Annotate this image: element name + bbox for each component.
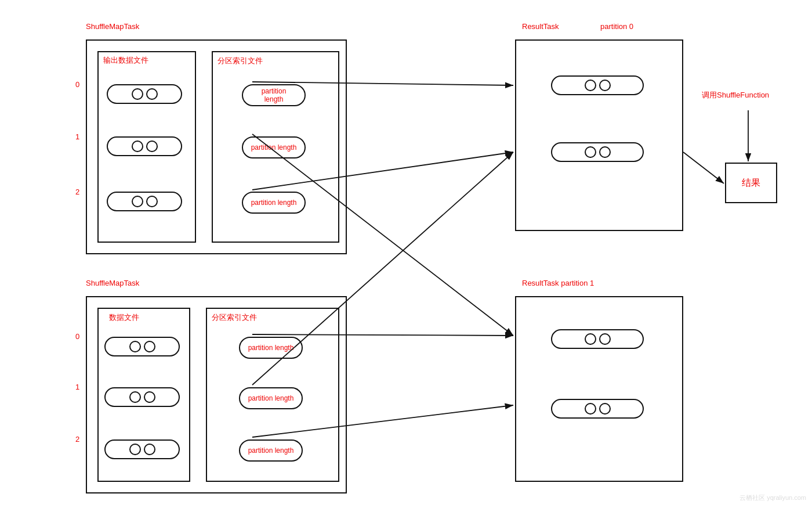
- pill-circle: [585, 333, 596, 345]
- pill-circle: [599, 80, 611, 91]
- result1-pill-1: [551, 399, 644, 419]
- bottom-index-file-label: 分区索引文件: [212, 312, 257, 323]
- pill-circle: [146, 196, 158, 207]
- bottom-output-file-box: 数据文件: [97, 308, 190, 482]
- bottom-output-pill-0: [104, 337, 180, 356]
- pill-circle: [146, 88, 158, 100]
- top-row-label-0: 0: [75, 80, 79, 89]
- pill-circle: [585, 403, 596, 415]
- bottom-row-label-0: 0: [75, 332, 79, 341]
- bottom-partition-label-0: partition length: [239, 337, 303, 359]
- pill-circle: [132, 196, 143, 207]
- bottom-shuffle-outer-box: 数据文件 分区索引文件 partition length partition l…: [86, 296, 347, 493]
- pill-circle: [599, 333, 611, 345]
- top-index-file-box: 分区索引文件 partitionlength partition length …: [212, 51, 339, 243]
- pill-circle: [585, 80, 596, 91]
- shuffle-function-label: 调用ShuffleFunction: [702, 90, 769, 100]
- top-partition-label-0: partitionlength: [242, 84, 306, 106]
- pill-circle: [129, 341, 141, 352]
- bottom-output-pill-1: [104, 387, 180, 407]
- top-index-file-label: 分区索引文件: [217, 56, 263, 66]
- top-partition-label-2: partition length: [242, 192, 306, 214]
- pill-circle: [146, 140, 158, 152]
- top-output-pill-1: [107, 136, 182, 156]
- bottom-index-file-box: 分区索引文件 partition length partition length…: [206, 308, 339, 482]
- pill-circle: [599, 146, 611, 158]
- pill-circle: [585, 146, 596, 158]
- pill-circle: [129, 444, 141, 455]
- pill-circle: [132, 140, 143, 152]
- bottom-row-label-2: 2: [75, 435, 79, 444]
- bottom-partition-label-2: partition length: [239, 439, 303, 462]
- pill-circle: [132, 88, 143, 100]
- top-output-file-box: 输出数据文件: [97, 51, 196, 243]
- pill-circle: [129, 391, 141, 403]
- result-label: 结果: [742, 177, 760, 189]
- top-output-file-label: 输出数据文件: [103, 56, 148, 66]
- top-row-label-1: 1: [75, 132, 79, 141]
- result0-pill-0: [551, 75, 644, 95]
- top-partition-label-1: partition length: [242, 136, 306, 158]
- bottom-partition-label-1: partition length: [239, 387, 303, 409]
- result0-pill-1: [551, 142, 644, 162]
- pill-circle: [144, 341, 155, 352]
- pill-circle: [144, 444, 155, 455]
- pill-circle: [144, 391, 155, 403]
- bottom-row-label-1: 1: [75, 383, 79, 391]
- result-task-1-box: [515, 296, 683, 482]
- top-output-pill-2: [107, 192, 182, 211]
- bottom-output-file-label: 数据文件: [109, 312, 139, 323]
- result-task-1-title: ResultTask partition 1: [522, 279, 594, 287]
- result1-pill-0: [551, 329, 644, 349]
- top-row-label-2: 2: [75, 188, 79, 196]
- bottom-output-pill-2: [104, 439, 180, 459]
- result-task-0-box: [515, 39, 683, 231]
- pill-circle: [599, 403, 611, 415]
- top-shuffle-title: ShuffleMapTask: [86, 22, 139, 31]
- top-shuffle-outer-box: 输出数据文件 分区索引文件 partitionlength partition …: [86, 39, 347, 254]
- arrow-result0-to-result-box: [683, 152, 724, 183]
- top-output-pill-0: [107, 84, 182, 104]
- bottom-shuffle-title: ShuffleMapTask: [86, 279, 139, 287]
- watermark: 云栖社区 yqraliyun.com: [740, 493, 806, 502]
- result-task-0-partition: partition 0: [600, 22, 633, 31]
- result-box: 结果: [725, 163, 777, 203]
- result-task-0-title: ResultTask: [522, 22, 559, 31]
